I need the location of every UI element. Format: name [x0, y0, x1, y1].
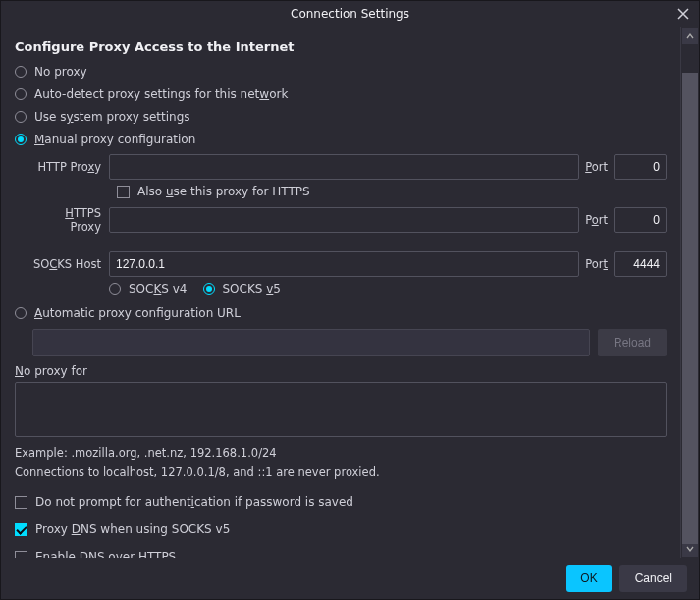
http-proxy-input[interactable] [109, 154, 579, 180]
radio-no-proxy[interactable] [15, 66, 27, 78]
scroll-track[interactable] [682, 45, 698, 540]
no-proxy-for-label: No proxy for [15, 364, 667, 378]
scroll-thumb[interactable] [682, 73, 698, 544]
checkbox-enable-doh[interactable] [15, 551, 27, 559]
dialog-title: Connection Settings [291, 7, 409, 21]
checkbox-also-https[interactable] [117, 186, 130, 198]
http-port-label: Port [579, 160, 614, 174]
dialog-footer: OK Cancel [1, 558, 699, 599]
section-heading: Configure Proxy Access to the Internet [15, 39, 667, 54]
radio-socks4[interactable] [109, 283, 121, 295]
radio-socks5[interactable] [203, 283, 215, 295]
titlebar: Connection Settings [1, 1, 699, 27]
always-proxied-hint: Connections to localhost, 127.0.0.1/8, a… [15, 465, 667, 479]
checkbox-enable-doh-label[interactable]: Enable DNS over HTTPS [35, 550, 176, 558]
checkbox-proxy-dns-socks5[interactable] [15, 523, 27, 536]
checkbox-also-https-label[interactable]: Also use this proxy for HTTPS [137, 185, 310, 198]
socks-port-label: Port [579, 257, 614, 271]
connection-settings-dialog: Connection Settings Configure Proxy Acce… [0, 0, 700, 600]
https-proxy-label: HTTPS Proxy [32, 206, 109, 234]
socks-host-label: SOCKS Host [32, 257, 109, 271]
no-proxy-for-input[interactable] [15, 382, 667, 437]
checkbox-proxy-dns-socks5-label[interactable]: Proxy DNS when using SOCKS v5 [35, 522, 230, 536]
socks-port-input[interactable] [614, 251, 667, 277]
radio-system-proxy[interactable] [15, 111, 27, 123]
radio-pac-url[interactable] [15, 307, 27, 319]
http-port-input[interactable] [614, 154, 667, 180]
http-proxy-label: HTTP Proxy [32, 160, 109, 174]
https-port-label: Port [579, 213, 614, 227]
radio-system-proxy-label[interactable]: Use system proxy settings [34, 110, 190, 124]
checkbox-dont-prompt-auth[interactable] [15, 496, 27, 509]
scroll-up-button[interactable] [682, 28, 698, 44]
close-icon[interactable] [673, 4, 693, 24]
radio-auto-detect[interactable] [15, 88, 27, 100]
ok-button[interactable]: OK [566, 565, 611, 592]
radio-manual-proxy[interactable] [15, 134, 27, 145]
reload-button: Reload [598, 329, 667, 356]
radio-auto-detect-label[interactable]: Auto-detect proxy settings for this netw… [34, 87, 288, 101]
cancel-button[interactable]: Cancel [619, 565, 687, 592]
radio-pac-url-label[interactable]: Automatic proxy configuration URL [34, 306, 241, 320]
https-proxy-input[interactable] [109, 207, 579, 233]
radio-manual-proxy-label[interactable]: Manual proxy configuration [34, 133, 195, 146]
example-hint: Example: .mozilla.org, .net.nz, 192.168.… [15, 446, 667, 460]
radio-socks4-label[interactable]: SOCKS v4 [129, 282, 188, 296]
https-port-input[interactable] [614, 207, 667, 233]
dialog-content: Configure Proxy Access to the Internet N… [1, 27, 680, 558]
pac-url-input[interactable] [32, 329, 590, 356]
vertical-scrollbar[interactable] [680, 27, 699, 558]
checkbox-dont-prompt-auth-label[interactable]: Do not prompt for authentication if pass… [35, 495, 353, 509]
radio-socks5-label[interactable]: SOCKS v5 [223, 282, 282, 296]
socks-host-input[interactable] [109, 251, 579, 277]
radio-no-proxy-label[interactable]: No proxy [34, 65, 87, 79]
